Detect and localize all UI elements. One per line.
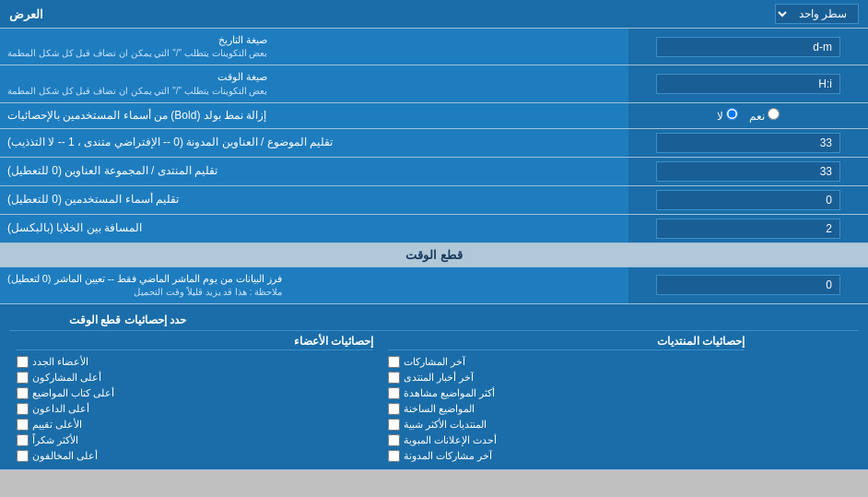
subject-titles-input-cell: [628, 129, 868, 157]
stat-new-members-label: الأعضاء الجدد: [32, 356, 88, 368]
bold-remove-row: نعم لا إزالة نمط بولد (Bold) من أسماء ال…: [0, 103, 868, 129]
stat-most-similar-checkbox[interactable]: [388, 419, 400, 431]
stat-blog-posts-label: آخر مشاركات المدونة: [404, 450, 492, 462]
stat-top-authors-checkbox[interactable]: [17, 387, 29, 399]
time-format-input[interactable]: [656, 74, 840, 94]
stats-section-header: حدد إحصائيات قطع الوقت: [9, 310, 194, 330]
forum-titles-row: تقليم المنتدى / المجموعة العناوين (0 للت…: [0, 158, 868, 186]
subject-titles-label: تقليم الموضوع / العناوين المدونة (0 -- ا…: [0, 129, 628, 157]
stat-top-authors: أعلى كتاب المواضيع: [17, 385, 373, 401]
stat-forum-news: آخر أخبار المنتدى: [388, 370, 745, 385]
date-format-title: صيغة التاريخ: [7, 33, 267, 47]
date-format-input-cell: [628, 29, 868, 65]
stat-last-posts: آخر المشاركات: [388, 354, 745, 370]
stat-most-thanked-checkbox[interactable]: [17, 434, 29, 446]
stat-new-members-checkbox[interactable]: [17, 356, 29, 368]
stat-forum-news-checkbox[interactable]: [388, 372, 400, 384]
date-format-sub: بعض التكوينات يتطلب "/" التي يمكن ان تضا…: [7, 47, 267, 60]
bold-radio-yes-label[interactable]: نعم: [749, 108, 780, 123]
forum-titles-label: تقليم المنتدى / المجموعة العناوين (0 للت…: [0, 158, 628, 185]
stat-latest-ads: أحدث الإعلانات المبوية: [388, 432, 745, 448]
bold-remove-radio-cell: نعم لا: [628, 103, 868, 128]
time-format-sub: بعض التكوينات يتطلب "/" التي يمكن ان تضا…: [7, 85, 267, 98]
space-between-label: المسافة بين الخلايا (بالبكسل): [0, 215, 628, 243]
stat-top-inviters-label: أعلى الداعون: [32, 403, 89, 415]
stat-most-thanked-label: الأكثر شكراً: [32, 434, 78, 446]
stat-blog-posts-checkbox[interactable]: [388, 450, 400, 462]
cut-time-input[interactable]: [656, 275, 840, 295]
cut-time-header: قطع الوقت: [0, 243, 868, 267]
stat-top-inviters-checkbox[interactable]: [17, 403, 29, 415]
time-format-row: صيغة الوقت بعض التكوينات يتطلب "/" التي …: [0, 65, 868, 102]
space-between-input-cell: [628, 215, 868, 243]
stat-top-posters-checkbox[interactable]: [17, 372, 29, 384]
forum-titles-input-cell: [628, 158, 868, 185]
bold-remove-label: إزالة نمط بولد (Bold) من أسماء المستخدمي…: [0, 103, 628, 128]
time-format-input-cell: [628, 65, 868, 101]
stat-highest-rated-label: الأعلى تقييم: [32, 419, 82, 431]
date-format-label: صيغة التاريخ بعض التكوينات يتطلب "/" الت…: [0, 29, 628, 65]
forum-stats-col: إحصائيات المنتديات آخر المشاركات آخر أخب…: [381, 335, 752, 464]
stat-top-posters-label: أعلى المشاركون: [32, 372, 101, 384]
stat-hot-topics-checkbox[interactable]: [388, 403, 400, 415]
checkbox-columns: إحصائيات المنتديات آخر المشاركات آخر أخب…: [9, 335, 859, 464]
stat-last-posts-checkbox[interactable]: [388, 356, 400, 368]
cut-time-label: فرز البيانات من يوم الماشر الماضي فقط --…: [0, 267, 628, 303]
display-dropdown[interactable]: سطر واحد: [775, 4, 859, 24]
subject-titles-input[interactable]: [656, 133, 840, 153]
stat-top-inviters: أعلى الداعون: [17, 401, 373, 417]
header-row: سطر واحد العرض: [0, 0, 868, 29]
stat-latest-ads-checkbox[interactable]: [388, 434, 400, 446]
stat-hot-topics-label: المواضيع الساخنة: [404, 403, 475, 415]
stat-top-posters: أعلى المشاركون: [17, 370, 373, 385]
stat-top-violators-label: أعلى المخالفون: [32, 450, 98, 462]
members-stats-header: إحصائيات الأعضاء: [17, 335, 373, 350]
space-between-input[interactable]: [656, 219, 840, 239]
stat-last-posts-label: آخر المشاركات: [404, 356, 465, 368]
stat-most-viewed-label: أكثر المواضيع مشاهدة: [404, 387, 495, 399]
usernames-trim-input-cell: [628, 186, 868, 214]
stat-most-viewed-checkbox[interactable]: [388, 387, 400, 399]
stat-top-violators-checkbox[interactable]: [17, 450, 29, 462]
date-format-input[interactable]: [656, 37, 840, 57]
forum-stats-header: إحصائيات المنتديات: [388, 335, 745, 350]
cut-time-input-cell: [628, 267, 868, 303]
space-between-row: المسافة بين الخلايا (بالبكسل): [0, 215, 868, 243]
members-stats-col: إحصائيات الأعضاء الأعضاء الجدد أعلى المش…: [9, 335, 381, 464]
usernames-trim-label: تقليم أسماء المستخدمين (0 للتعطيل): [0, 186, 628, 214]
stat-forum-news-label: آخر أخبار المنتدى: [404, 372, 474, 384]
stat-most-similar-label: المنتديات الأكثر شبية: [404, 419, 487, 431]
forum-titles-input[interactable]: [656, 161, 840, 182]
header-title: العرض: [9, 7, 43, 21]
bold-radio-yes[interactable]: [768, 108, 780, 120]
stat-most-viewed: أكثر المواضيع مشاهدة: [388, 385, 745, 401]
usernames-trim-input[interactable]: [656, 190, 840, 210]
bold-radio-no[interactable]: [726, 108, 738, 120]
usernames-trim-row: تقليم أسماء المستخدمين (0 للتعطيل): [0, 186, 868, 215]
date-format-row: صيغة التاريخ بعض التكوينات يتطلب "/" الت…: [0, 29, 868, 65]
stats-section: حدد إحصائيات قطع الوقت إحصائيات المنتديا…: [0, 304, 868, 470]
stat-blog-posts: آخر مشاركات المدونة: [388, 448, 745, 464]
stat-highest-rated-checkbox[interactable]: [17, 419, 29, 431]
cut-time-note: ملاحظة : هذا قد يزيد قليلاً وقت التحميل: [7, 286, 282, 299]
cut-time-title: فرز البيانات من يوم الماشر الماضي فقط --…: [7, 272, 282, 286]
stat-latest-ads-label: أحدث الإعلانات المبوية: [404, 434, 497, 446]
time-format-title: صيغة الوقت: [7, 70, 267, 84]
time-format-label: صيغة الوقت بعض التكوينات يتطلب "/" التي …: [0, 65, 628, 101]
stat-most-thanked: الأكثر شكراً: [17, 432, 373, 448]
stat-top-authors-label: أعلى كتاب المواضيع: [32, 387, 114, 399]
subject-titles-row: تقليم الموضوع / العناوين المدونة (0 -- ا…: [0, 129, 868, 158]
stat-hot-topics: المواضيع الساخنة: [388, 401, 745, 417]
stat-most-similar: المنتديات الأكثر شبية: [388, 417, 745, 432]
bold-radio-no-label[interactable]: لا: [717, 108, 738, 123]
stat-highest-rated: الأعلى تقييم: [17, 417, 373, 432]
stat-new-members: الأعضاء الجدد: [17, 354, 373, 370]
stat-top-violators: أعلى المخالفون: [17, 448, 373, 464]
cut-time-row: فرز البيانات من يوم الماشر الماضي فقط --…: [0, 267, 868, 304]
